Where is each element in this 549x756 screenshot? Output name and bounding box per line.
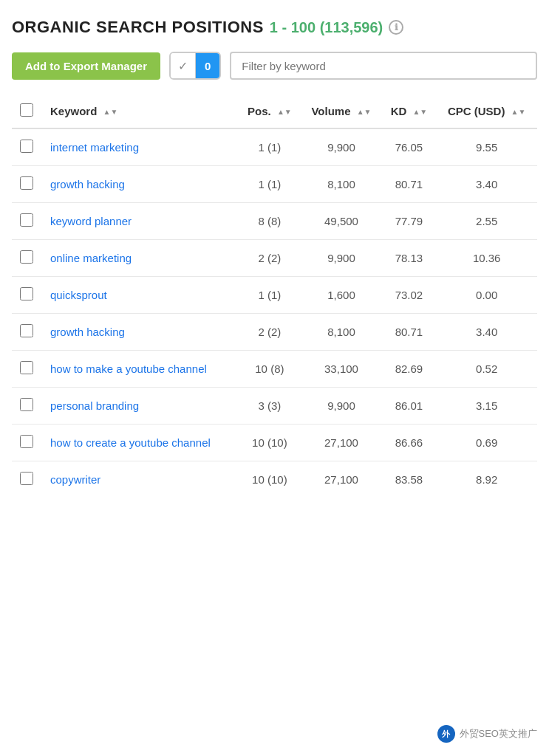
header-kd: KD ▲▼ bbox=[382, 94, 437, 128]
cpc-cell: 3.15 bbox=[436, 388, 537, 425]
keyword-link[interactable]: online marketing bbox=[50, 252, 132, 264]
volume-cell: 27,100 bbox=[301, 425, 381, 461]
header-checkbox-cell bbox=[12, 94, 41, 128]
keyword-link[interactable]: how to create a youtube channel bbox=[50, 436, 211, 449]
cpc-cell: 2.55 bbox=[436, 203, 537, 240]
kd-cell: 86.01 bbox=[382, 388, 437, 425]
title-row: ORGANIC SEARCH POSITIONS 1 - 100 (113,59… bbox=[12, 18, 537, 37]
row-checkbox[interactable] bbox=[20, 287, 33, 300]
row-checkbox[interactable] bbox=[20, 361, 33, 374]
kd-cell: 86.66 bbox=[382, 425, 437, 461]
keyword-cell: how to make a youtube channel bbox=[41, 351, 238, 388]
header-volume: Volume ▲▼ bbox=[301, 94, 381, 128]
keyword-filter-input[interactable] bbox=[230, 52, 537, 80]
keyword-cell: how to create a youtube channel bbox=[41, 425, 238, 461]
results-table: Keyword ▲▼ Pos. ▲▼ Volume ▲▼ KD ▲▼ CPC (… bbox=[12, 94, 537, 498]
pos-sort-icon[interactable]: ▲▼ bbox=[277, 109, 292, 116]
keyword-cell: online marketing bbox=[41, 240, 238, 277]
keyword-link[interactable]: internet marketing bbox=[50, 141, 139, 154]
pos-cell: 2 (2) bbox=[238, 240, 301, 277]
pos-cell: 10 (10) bbox=[238, 425, 301, 461]
table-row: online marketing2 (2)9,90078.1310.36 bbox=[12, 240, 537, 277]
header-keyword: Keyword ▲▼ bbox=[41, 94, 238, 128]
cpc-cell: 0.52 bbox=[436, 351, 537, 388]
pos-cell: 10 (10) bbox=[238, 461, 301, 498]
check-count: 0 bbox=[196, 53, 219, 78]
row-checkbox[interactable] bbox=[20, 398, 33, 411]
watermark-text: 外贸SEO英文推广 bbox=[460, 727, 537, 740]
watermark: 外 外贸SEO英文推广 bbox=[437, 725, 537, 743]
row-checkbox-cell bbox=[12, 425, 41, 461]
volume-cell: 8,100 bbox=[301, 166, 381, 203]
kd-cell: 77.79 bbox=[382, 203, 437, 240]
volume-cell: 27,100 bbox=[301, 461, 381, 498]
toolbar: Add to Export Manager ✓ 0 bbox=[12, 52, 537, 80]
keyword-cell: personal branding bbox=[41, 388, 238, 425]
select-all-checkbox[interactable] bbox=[20, 103, 33, 117]
keyword-link[interactable]: personal branding bbox=[50, 399, 139, 412]
table-row: how to make a youtube channel10 (8)33,10… bbox=[12, 351, 537, 388]
row-checkbox-cell bbox=[12, 351, 41, 388]
row-checkbox[interactable] bbox=[20, 140, 33, 153]
table-header-row: Keyword ▲▼ Pos. ▲▼ Volume ▲▼ KD ▲▼ CPC (… bbox=[12, 94, 537, 128]
row-checkbox-cell bbox=[12, 314, 41, 351]
pos-cell: 3 (3) bbox=[238, 388, 301, 425]
keyword-link[interactable]: growth hacking bbox=[50, 178, 125, 190]
row-checkbox[interactable] bbox=[20, 324, 33, 337]
watermark-icon: 外 bbox=[437, 725, 455, 743]
keyword-cell: keyword planner bbox=[41, 203, 238, 240]
row-checkbox[interactable] bbox=[20, 250, 33, 264]
row-checkbox-cell bbox=[12, 203, 41, 240]
volume-cell: 33,100 bbox=[301, 351, 381, 388]
pos-cell: 1 (1) bbox=[238, 128, 301, 166]
keyword-cell: growth hacking bbox=[41, 314, 238, 351]
table-row: personal branding3 (3)9,90086.013.15 bbox=[12, 388, 537, 425]
table-row: copywriter10 (10)27,10083.588.92 bbox=[12, 461, 537, 498]
kd-cell: 83.58 bbox=[382, 461, 437, 498]
pos-cell: 8 (8) bbox=[238, 203, 301, 240]
pos-cell: 2 (2) bbox=[238, 314, 301, 351]
kd-cell: 80.71 bbox=[382, 314, 437, 351]
volume-sort-icon[interactable]: ▲▼ bbox=[357, 109, 372, 116]
pos-cell: 1 (1) bbox=[238, 277, 301, 314]
row-checkbox[interactable] bbox=[20, 435, 33, 448]
kd-cell: 76.05 bbox=[382, 128, 437, 166]
header-pos: Pos. ▲▼ bbox=[238, 94, 301, 128]
row-checkbox-cell bbox=[12, 388, 41, 425]
row-checkbox[interactable] bbox=[20, 213, 33, 227]
keyword-cell: growth hacking bbox=[41, 166, 238, 203]
volume-cell: 49,500 bbox=[301, 203, 381, 240]
kd-cell: 78.13 bbox=[382, 240, 437, 277]
table-row: internet marketing1 (1)9,90076.059.55 bbox=[12, 128, 537, 166]
title-range: 1 - 100 (113,596) bbox=[270, 19, 383, 36]
cpc-cell: 3.40 bbox=[436, 166, 537, 203]
keyword-link[interactable]: quicksprout bbox=[50, 289, 107, 301]
row-checkbox-cell bbox=[12, 461, 41, 498]
kd-cell: 73.02 bbox=[382, 277, 437, 314]
cpc-sort-icon[interactable]: ▲▼ bbox=[511, 109, 526, 116]
volume-cell: 9,900 bbox=[301, 128, 381, 166]
row-checkbox[interactable] bbox=[20, 472, 33, 485]
keyword-link[interactable]: growth hacking bbox=[50, 326, 125, 338]
table-row: growth hacking1 (1)8,10080.713.40 bbox=[12, 166, 537, 203]
page-title: ORGANIC SEARCH POSITIONS bbox=[12, 18, 264, 37]
table-row: growth hacking2 (2)8,10080.713.40 bbox=[12, 314, 537, 351]
row-checkbox-cell bbox=[12, 166, 41, 203]
keyword-cell: quicksprout bbox=[41, 277, 238, 314]
table-row: how to create a youtube channel10 (10)27… bbox=[12, 425, 537, 461]
info-icon[interactable]: ℹ bbox=[389, 20, 403, 35]
keyword-link[interactable]: how to make a youtube channel bbox=[50, 362, 207, 375]
row-checkbox[interactable] bbox=[20, 176, 33, 190]
main-container: ORGANIC SEARCH POSITIONS 1 - 100 (113,59… bbox=[0, 0, 549, 509]
pos-cell: 1 (1) bbox=[238, 166, 301, 203]
kd-sort-icon[interactable]: ▲▼ bbox=[412, 109, 427, 116]
cpc-cell: 0.69 bbox=[436, 425, 537, 461]
volume-cell: 9,900 bbox=[301, 240, 381, 277]
export-button[interactable]: Add to Export Manager bbox=[12, 52, 160, 80]
keyword-sort-icon[interactable]: ▲▼ bbox=[103, 109, 118, 116]
row-checkbox-cell bbox=[12, 277, 41, 314]
keyword-link[interactable]: keyword planner bbox=[50, 215, 132, 227]
volume-cell: 9,900 bbox=[301, 388, 381, 425]
keyword-link[interactable]: copywriter bbox=[50, 473, 100, 486]
keyword-cell: internet marketing bbox=[41, 128, 238, 166]
